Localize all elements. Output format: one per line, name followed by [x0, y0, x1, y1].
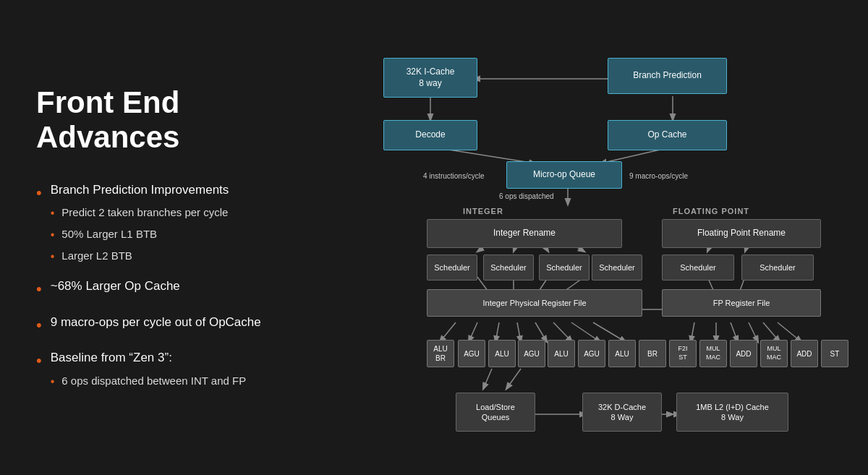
svg-line-29 [749, 322, 758, 342]
bullet-item-4: • Baseline from “Zen 3”: • 6 ops dispatc… [36, 349, 318, 390]
left-panel: Front End Advances • Branch Prediction I… [0, 0, 354, 475]
agu1-box: AGU [458, 340, 485, 367]
int-rename-label: Integer Rename [493, 228, 556, 239]
fp-sched1-label: Scheduler [680, 262, 716, 273]
int-sched2-box: Scheduler [483, 254, 534, 281]
fp-sched1-box: Scheduler [662, 254, 734, 281]
sub-dot-4-1: • [51, 375, 55, 390]
alu4-box: ALU [608, 340, 636, 367]
svg-line-33 [506, 369, 521, 389]
int-regfile-box: Integer Physical Register File [427, 289, 642, 317]
instructions-label: 4 instructions/cycle [423, 172, 484, 180]
integer-section-label: INTEGER [463, 207, 503, 215]
svg-line-23 [553, 322, 572, 342]
alu3-box: ALU [548, 340, 575, 367]
bullet-dot-1: • [36, 182, 42, 205]
agu1-label: AGU [464, 349, 480, 359]
mulmac2-box: MUL MAC [760, 340, 788, 367]
svg-line-24 [571, 322, 600, 342]
sub-text-1-2: 50% Larger L1 BTB [61, 227, 157, 241]
load-store-label: Load/Store Queues [476, 402, 515, 423]
icache-box: 32K I-Cache 8 way [383, 58, 477, 98]
int-sched4-label: Scheduler [599, 262, 635, 273]
svg-line-30 [763, 322, 780, 342]
svg-line-25 [593, 322, 626, 342]
mulmac2-label: MUL MAC [767, 345, 781, 361]
int-sched1-label: Scheduler [434, 262, 470, 273]
mulmac1-box: MUL MAC [699, 340, 727, 367]
svg-line-20 [495, 322, 499, 342]
icache-label: 32K I-Cache 8 way [407, 67, 455, 89]
l2cache-label: 1MB L2 (I+D) Cache 8 Way [696, 402, 769, 423]
br-label: BR [647, 349, 658, 359]
svg-line-28 [731, 322, 738, 342]
svg-line-21 [517, 322, 521, 342]
branch-pred-box: Branch Prediction [608, 58, 727, 94]
macro-ops-label: 9 macro-ops/cycle [629, 172, 688, 180]
bullet-item-2: • ~68% Larger Op Cache [36, 278, 318, 301]
bullet-dot-3: • [36, 314, 42, 337]
int-regfile-label: Integer Physical Register File [482, 298, 586, 308]
add1-box: ADD [730, 340, 757, 367]
bullet-dot-4: • [36, 350, 42, 372]
main-title: Front End Advances [36, 85, 318, 155]
l2cache-box: 1MB L2 (I+D) Cache 8 Way [676, 393, 788, 432]
fp-rename-box: Floating Point Rename [662, 219, 821, 248]
fp-regfile-box: FP Register File [662, 289, 821, 317]
sub-item-4-1: • 6 ops dispatched between INT and FP [51, 374, 247, 390]
int-sched3-label: Scheduler [546, 262, 582, 273]
bullet-item-3: • 9 macro-ops per cycle out of OpCache [36, 314, 318, 337]
fp-sched2-label: Scheduler [760, 262, 796, 273]
int-sched4-box: Scheduler [592, 254, 642, 281]
bullet-text-1: Branch Prediction Improvements [51, 183, 229, 197]
int-sched1-box: Scheduler [427, 254, 477, 281]
int-rename-box: Integer Rename [427, 219, 622, 248]
alu2-label: ALU [495, 349, 509, 359]
load-store-box: Load/Store Queues [456, 393, 535, 432]
add2-box: ADD [791, 340, 818, 367]
bullet-text-2: ~68% Larger Op Cache [51, 278, 180, 295]
dcache-box: 32K D-Cache 8 Way [582, 393, 662, 432]
right-panel: 32K I-Cache 8 way Branch Prediction Deco… [354, 0, 868, 475]
dcache-label: 32K D-Cache 8 Way [598, 402, 646, 423]
sub-text-1-1: Predict 2 taken branches per cycle [61, 205, 228, 220]
f21st-label: F2I ST [678, 345, 687, 361]
microopqueue-box: Micro-op Queue [506, 161, 622, 189]
agu2-label: AGU [524, 349, 540, 359]
sub-dot-1-3: • [51, 249, 55, 265]
sub-text-1-3: Larger L2 BTB [61, 249, 132, 263]
decode-label: Decode [415, 129, 445, 141]
mulmac1-label: MUL MAC [706, 345, 720, 361]
ops-dispatched-label: 6 ops dispatched [499, 192, 554, 200]
bullet-text-4: Baseline from “Zen 3”: [51, 351, 172, 364]
agu2-box: AGU [518, 340, 545, 367]
alu-br-label: ALU BR [433, 344, 447, 363]
svg-line-32 [483, 369, 492, 389]
sub-item-1-2: • 50% Larger L1 BTB [51, 227, 229, 243]
fp-regfile-label: FP Register File [713, 298, 770, 308]
svg-line-26 [691, 322, 694, 342]
decode-box: Decode [383, 120, 477, 150]
opcache-box: Op Cache [608, 120, 727, 150]
st-box: ST [821, 340, 848, 367]
fp-rename-label: Floating Point Rename [697, 228, 786, 239]
alu-br-box: ALU BR [427, 340, 454, 367]
st-label: ST [830, 349, 840, 359]
sub-item-1-1: • Predict 2 taken branches per cycle [51, 205, 229, 221]
sub-dot-1-1: • [51, 206, 55, 221]
alu2-box: ALU [488, 340, 516, 367]
agu3-box: AGU [578, 340, 605, 367]
svg-line-19 [469, 322, 477, 342]
sub-item-1-3: • Larger L2 BTB [51, 249, 229, 265]
sub-list-4: • 6 ops dispatched between INT and FP [51, 374, 247, 390]
sub-list-1: • Predict 2 taken branches per cycle • 5… [51, 205, 229, 264]
fp-section-label: FLOATING POINT [673, 207, 749, 215]
svg-line-22 [535, 322, 547, 342]
opcache-label: Op Cache [647, 129, 686, 141]
int-sched3-box: Scheduler [539, 254, 590, 281]
microopqueue-label: Micro-op Queue [533, 169, 595, 181]
f21st-box: F2I ST [669, 340, 697, 367]
svg-line-31 [778, 322, 801, 342]
svg-line-18 [440, 322, 456, 342]
bullet-dot-2: • [36, 278, 42, 301]
